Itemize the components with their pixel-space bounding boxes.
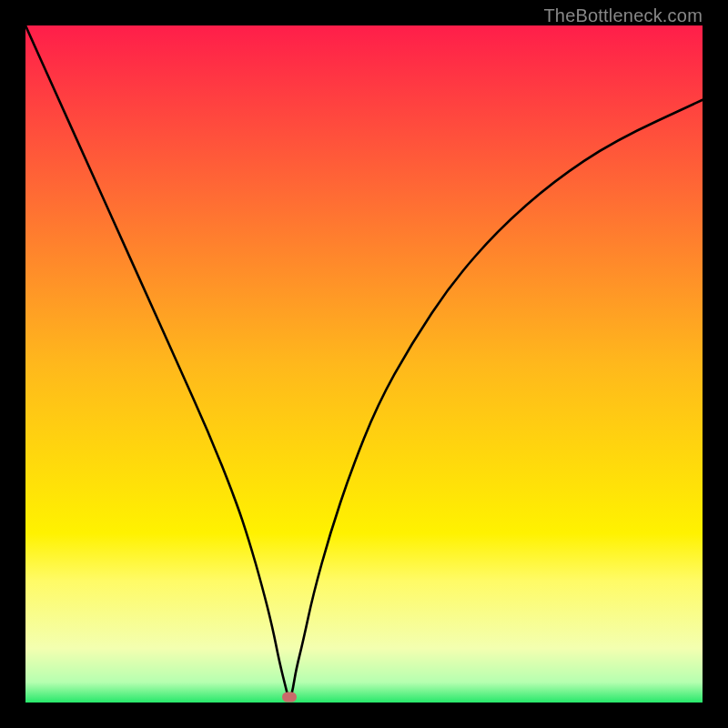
chart-frame: TheBottleneck.com	[0, 0, 728, 728]
curve-layer	[25, 25, 703, 703]
minimum-marker	[282, 693, 297, 703]
bottleneck-curve	[25, 25, 703, 699]
watermark-text: TheBottleneck.com	[543, 5, 703, 26]
plot-area	[25, 25, 703, 703]
